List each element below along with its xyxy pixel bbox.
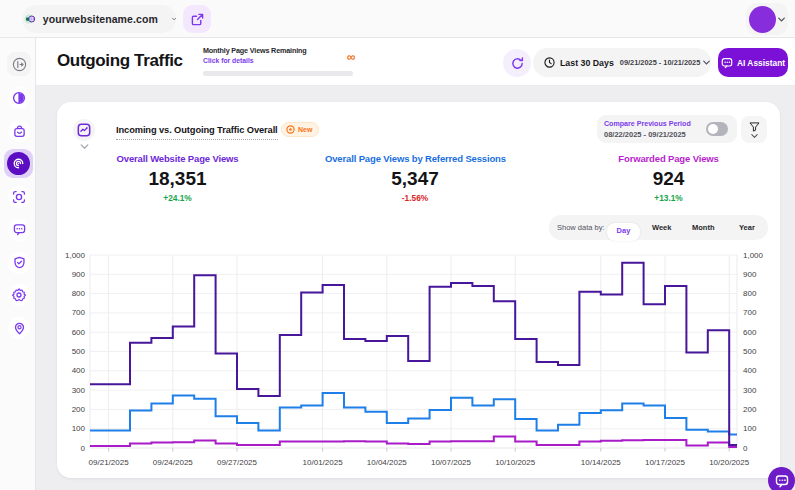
svg-text:100: 100 <box>743 424 757 433</box>
svg-text:10/10/2025: 10/10/2025 <box>495 458 536 467</box>
svg-text:09/21/2025: 09/21/2025 <box>89 458 130 467</box>
svg-text:0: 0 <box>743 444 748 453</box>
svg-text:400: 400 <box>72 366 86 375</box>
svg-text:600: 600 <box>743 328 757 337</box>
svg-text:900: 900 <box>743 270 757 279</box>
svg-text:09/24/2025: 09/24/2025 <box>153 458 194 467</box>
svg-text:10/01/2025: 10/01/2025 <box>303 458 344 467</box>
svg-text:400: 400 <box>743 366 757 375</box>
svg-text:300: 300 <box>72 386 86 395</box>
svg-text:600: 600 <box>72 328 86 337</box>
svg-text:1,000: 1,000 <box>65 251 86 260</box>
svg-text:300: 300 <box>743 386 757 395</box>
svg-text:800: 800 <box>72 289 86 298</box>
svg-text:10/04/2025: 10/04/2025 <box>367 458 408 467</box>
svg-text:10/17/2025: 10/17/2025 <box>645 458 686 467</box>
svg-text:100: 100 <box>72 424 86 433</box>
svg-text:09/27/2025: 09/27/2025 <box>217 458 258 467</box>
svg-text:1,000: 1,000 <box>743 251 764 260</box>
svg-text:700: 700 <box>743 308 757 317</box>
svg-text:800: 800 <box>743 289 757 298</box>
svg-text:200: 200 <box>743 405 757 414</box>
svg-text:500: 500 <box>743 347 757 356</box>
svg-text:10/20/2025: 10/20/2025 <box>709 458 750 467</box>
svg-text:10/07/2025: 10/07/2025 <box>431 458 472 467</box>
svg-text:10/14/2025: 10/14/2025 <box>581 458 622 467</box>
svg-text:700: 700 <box>72 308 86 317</box>
svg-text:200: 200 <box>72 405 86 414</box>
svg-text:500: 500 <box>72 347 86 356</box>
svg-text:0: 0 <box>81 444 86 453</box>
svg-text:900: 900 <box>72 270 86 279</box>
